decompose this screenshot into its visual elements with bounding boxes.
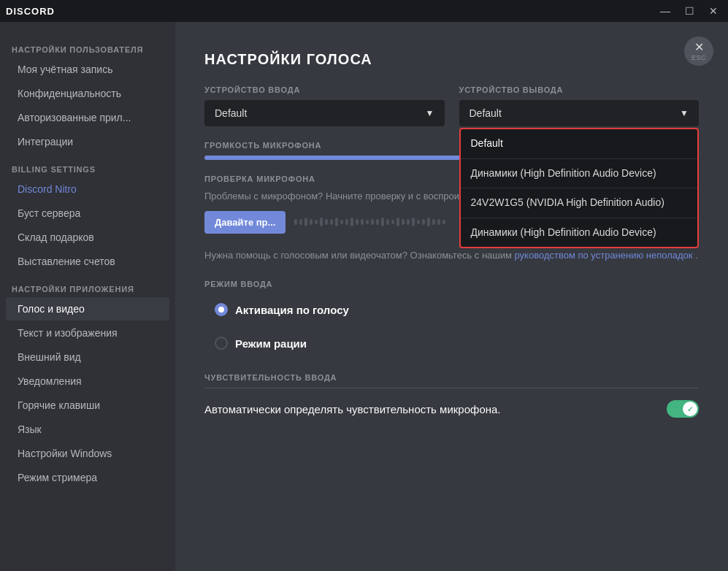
output-device-select[interactable]: Default ▼ [459, 100, 700, 126]
wave-bar [422, 219, 425, 225]
sidebar-item-billing[interactable]: Выставление счетов [6, 250, 169, 273]
chevron-down-icon: ▼ [426, 108, 434, 118]
wave-bar [402, 219, 405, 225]
title-bar: DISCORD — ☐ ✕ [0, 0, 728, 22]
sidebar-item-notifications[interactable]: Уведомления [6, 369, 169, 393]
auto-sensitivity-toggle[interactable]: ✓ [667, 400, 699, 418]
sidebar-item-hotkeys[interactable]: Горячие клавиши [6, 394, 169, 417]
device-row: УСТРОЙСТВО ВВОДА Default ▼ УСТРОЙСТВО ВЫ… [204, 85, 699, 126]
output-device-label: УСТРОЙСТВО ВЫВОДА [459, 85, 700, 94]
close-button[interactable]: ✕ [705, 4, 722, 18]
auto-sensitivity-label: Автоматически определять чувствительност… [204, 403, 501, 415]
close-icon: ✕ [694, 42, 704, 53]
wave-bar [299, 219, 302, 225]
wave-bar [345, 219, 348, 225]
input-mode-section: РЕЖИМ ВВОДА Активация по голосу Режим ра… [204, 280, 699, 359]
wave-bar [412, 218, 415, 226]
input-mode-label: РЕЖИМ ВВОДА [204, 280, 699, 288]
minimize-button[interactable]: — [656, 4, 675, 18]
wave-bar [376, 219, 379, 225]
wave-bar [432, 219, 435, 225]
wave-bar [386, 219, 389, 225]
dropdown-item-2[interactable]: 24V2W1G5 (NVIDIA High Definition Audio) [461, 188, 698, 218]
wave-bar [315, 220, 318, 224]
wave-bar [304, 218, 307, 226]
sensitivity-section-label: ЧУВСТВИТЕЛЬНОСТЬ ВВОДА [204, 373, 699, 382]
chevron-down-icon-output: ▼ [680, 108, 689, 118]
input-device-col: УСТРОЙСТВО ВВОДА Default ▼ [204, 85, 445, 126]
wave-bar [335, 218, 338, 226]
mic-check-button[interactable]: Давайте пр... [204, 211, 286, 234]
wave-bar [417, 220, 420, 224]
maximize-button[interactable]: ☐ [681, 4, 699, 18]
output-device-value: Default [470, 107, 502, 119]
toggle-knob: ✓ [683, 402, 697, 416]
sidebar-section-user: НАСТРОЙКИ ПОЛЬЗОВАТЕЛЯ [0, 39, 175, 57]
page-title: НАСТРОЙКИ ГОЛОСА [204, 51, 699, 68]
wave-bar [437, 219, 440, 225]
wave-bar [340, 220, 343, 224]
title-bar-left: DISCORD [6, 6, 55, 17]
wave-bar [366, 220, 369, 224]
wave-bar [371, 219, 374, 225]
wave-bar [356, 219, 359, 225]
sidebar-section-billing: BILLING SETTINGS [0, 159, 175, 177]
app-title: DISCORD [6, 6, 55, 17]
sidebar-section-app: НАСТРОЙКИ ПРИЛОЖЕНИЯ [0, 279, 175, 296]
sidebar-item-boost[interactable]: Буст сервера [6, 202, 169, 225]
dropdown-item-3[interactable]: Динамики (High Definition Audio Device) [461, 218, 698, 248]
radio-voice-option[interactable]: Активация по голосу [204, 294, 699, 325]
radio-ptt-option[interactable]: Режим рации [204, 328, 699, 359]
sidebar-item-gifts[interactable]: Склад подарков [6, 226, 169, 249]
sidebar-item-text[interactable]: Текст и изображения [6, 321, 169, 345]
title-bar-controls: — ☐ ✕ [656, 4, 722, 18]
radio-voice-label: Активация по голосу [235, 304, 349, 316]
sidebar-item-account[interactable]: Моя учётная запись [6, 58, 169, 81]
wave-bar [350, 218, 353, 226]
sidebar-item-privacy[interactable]: Конфиденциальность [6, 82, 169, 105]
esc-label: ESC [691, 54, 706, 61]
wave-bar [294, 219, 297, 225]
esc-button[interactable]: ✕ ESC [684, 37, 713, 66]
help-link[interactable]: руководством по устранению неполадок [515, 250, 693, 261]
output-device-dropdown: Default Динамики (High Definition Audio … [459, 128, 700, 248]
dropdown-item-0[interactable]: Default [461, 129, 698, 159]
wave-bar [391, 220, 394, 224]
sidebar: НАСТРОЙКИ ПОЛЬЗОВАТЕЛЯ Моя учётная запис… [0, 22, 175, 571]
checkmark-icon: ✓ [687, 405, 693, 413]
wave-bar [396, 218, 399, 226]
wave-bar [427, 218, 430, 226]
wave-bar [381, 218, 384, 226]
wave-bar [330, 219, 333, 225]
input-device-value: Default [215, 107, 247, 119]
main-content: ✕ ESC НАСТРОЙКИ ГОЛОСА УСТРОЙСТВО ВВОДА … [175, 22, 728, 571]
input-device-label: УСТРОЙСТВО ВВОДА [204, 85, 445, 94]
radio-ptt-circle [215, 337, 228, 350]
output-device-col: УСТРОЙСТВО ВЫВОДА Default ▼ Default Дина… [459, 85, 700, 126]
wave-bar [325, 219, 328, 225]
dropdown-item-1[interactable]: Динамики (High Definition Audio Device) [461, 159, 698, 189]
wave-bar [310, 219, 313, 225]
sidebar-item-streamer[interactable]: Режим стримера [6, 466, 169, 489]
sidebar-item-integrations[interactable]: Интеграции [6, 130, 169, 153]
wave-bar [361, 219, 364, 225]
wave-bar [442, 220, 445, 224]
auto-sensitivity-row: Автоматически определять чувствительност… [204, 388, 699, 429]
radio-ptt-label: Режим рации [235, 337, 307, 350]
app-body: НАСТРОЙКИ ПОЛЬЗОВАТЕЛЯ Моя учётная запис… [0, 22, 728, 571]
wave-bar [407, 219, 410, 225]
sidebar-item-apps[interactable]: Авторизованные прил... [6, 106, 169, 129]
radio-voice-circle [215, 303, 228, 316]
sidebar-item-appearance[interactable]: Внешний вид [6, 345, 169, 369]
wave-bar [320, 218, 323, 226]
sidebar-item-language[interactable]: Язык [6, 418, 169, 441]
sidebar-item-windows[interactable]: Настройки Windows [6, 442, 169, 465]
help-text: Нужна помощь с голосовым или видеочатом?… [204, 248, 699, 263]
input-device-select[interactable]: Default ▼ [204, 100, 445, 126]
sidebar-item-nitro[interactable]: Discord Nitro [6, 177, 169, 201]
sidebar-item-voice[interactable]: Голос и видео [6, 297, 169, 321]
